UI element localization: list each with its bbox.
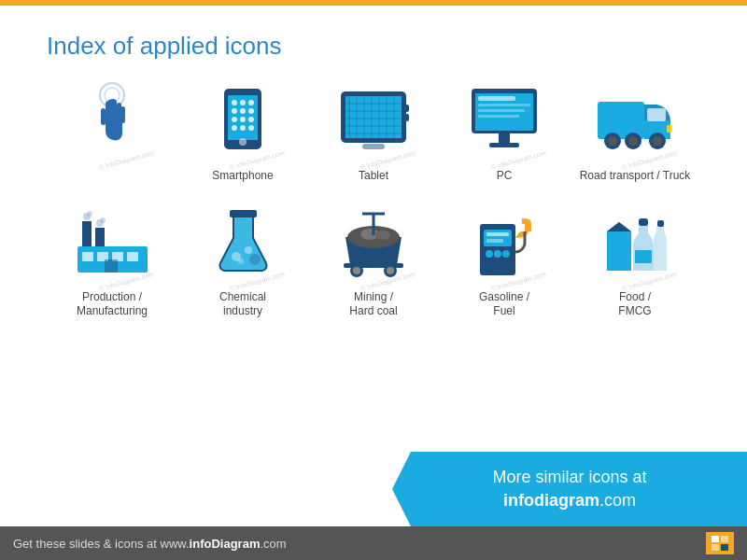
cta-banner[interactable]: More similar icons at infodiagram.com — [392, 452, 747, 526]
icon-item-hand: © InfoDiagram.com — [47, 79, 177, 169]
svg-point-16 — [232, 125, 237, 131]
svg-point-9 — [248, 100, 254, 105]
svg-rect-53 — [667, 125, 672, 133]
svg-point-19 — [239, 138, 247, 146]
icon-label-food: Food /FMCG — [618, 290, 651, 319]
svg-rect-36 — [362, 144, 385, 149]
svg-rect-91 — [712, 536, 719, 542]
footer-text: Get these slides & icons at www.infoDiag… — [13, 537, 287, 551]
svg-point-17 — [240, 125, 246, 131]
svg-rect-34 — [405, 105, 409, 112]
page-title: Index of applied icons — [47, 32, 700, 61]
svg-rect-39 — [478, 96, 515, 101]
svg-point-73 — [375, 231, 390, 240]
svg-point-50 — [628, 136, 638, 146]
icon-item-smartphone: © InfoDiagram.com Smartphone — [177, 79, 308, 184]
svg-rect-41 — [478, 109, 525, 112]
cta-brand: infodiagram — [503, 491, 599, 510]
svg-point-78 — [387, 267, 394, 274]
svg-rect-93 — [712, 544, 719, 551]
svg-point-15 — [248, 117, 254, 122]
svg-point-13 — [232, 117, 237, 122]
icon-item-truck: © InfoDiagram.com Road transport / Truck — [570, 79, 700, 184]
svg-point-69 — [238, 259, 244, 264]
icon-item-gasoline: © InfoDiagram.com Gasoline /Fuel — [439, 201, 570, 319]
svg-rect-3 — [120, 106, 125, 123]
svg-point-68 — [245, 246, 252, 254]
svg-rect-82 — [484, 230, 512, 246]
icon-label-chemical: Chemicalindustry — [219, 290, 266, 319]
svg-rect-84 — [486, 239, 503, 243]
icon-item-pc: © InfoDiagram.com PC — [439, 79, 570, 184]
svg-point-70 — [249, 254, 261, 265]
footer-bar: Get these slides & icons at www.infoDiag… — [0, 526, 747, 560]
svg-rect-90 — [657, 220, 664, 227]
cta-line1: More similar icons at — [492, 468, 646, 486]
svg-point-14 — [240, 117, 246, 122]
svg-rect-61 — [82, 252, 93, 261]
svg-point-18 — [248, 125, 254, 131]
svg-point-12 — [248, 108, 254, 114]
footer-logo-box — [706, 532, 734, 554]
svg-point-11 — [240, 108, 246, 114]
svg-rect-65 — [105, 259, 118, 273]
svg-rect-55 — [95, 228, 105, 249]
svg-rect-42 — [478, 115, 519, 118]
svg-rect-35 — [405, 114, 409, 121]
icon-label-pc: PC — [497, 169, 513, 184]
svg-point-85 — [486, 250, 493, 258]
icon-label-gasoline: Gasoline /Fuel — [479, 290, 529, 319]
svg-rect-64 — [127, 252, 138, 261]
svg-rect-40 — [478, 104, 530, 106]
svg-rect-4 — [101, 108, 106, 125]
svg-point-7 — [232, 100, 237, 105]
svg-point-57 — [87, 211, 92, 217]
svg-rect-21 — [345, 96, 402, 138]
svg-rect-44 — [489, 143, 519, 147]
svg-point-76 — [353, 267, 360, 274]
icon-item-factory: © InfoDiagram.com Production /Manufactur… — [47, 201, 177, 319]
icon-label-truck: Road transport / Truck — [580, 169, 691, 184]
icon-item-food: © InfoDiagram.com Food /FMCG — [570, 201, 700, 319]
svg-rect-89 — [635, 250, 652, 263]
svg-point-52 — [653, 136, 662, 146]
icon-item-chemical: © InfoDiagram.com Chemicalindustry — [177, 201, 308, 319]
svg-point-87 — [502, 250, 510, 258]
svg-point-10 — [232, 108, 237, 114]
svg-rect-46 — [647, 108, 666, 121]
svg-rect-88 — [639, 218, 648, 226]
icons-grid: © InfoDiagram.com — [47, 79, 700, 319]
svg-point-48 — [608, 136, 617, 146]
icons-row-2: © InfoDiagram.com Production /Manufactur… — [47, 201, 700, 319]
svg-rect-94 — [721, 544, 728, 551]
icon-label-smartphone: Smartphone — [212, 169, 273, 184]
icon-label-factory: Production /Manufacturing — [77, 290, 148, 319]
icon-label-tablet: Tablet — [359, 169, 388, 184]
svg-rect-45 — [598, 102, 644, 139]
svg-rect-92 — [721, 536, 728, 542]
icon-label-mining: Mining /Hard coal — [349, 290, 397, 319]
icon-item-mining: © InfoDiagram.com Mining /Hard coal — [308, 201, 439, 319]
svg-rect-54 — [82, 221, 92, 249]
svg-point-8 — [240, 100, 246, 105]
svg-point-86 — [494, 250, 501, 258]
icon-item-tablet: © InfoDiagram.com Tablet — [308, 79, 439, 184]
svg-point-59 — [100, 217, 106, 223]
icons-row-1: © InfoDiagram.com — [47, 79, 700, 184]
svg-rect-43 — [499, 133, 510, 143]
svg-rect-83 — [486, 232, 509, 236]
